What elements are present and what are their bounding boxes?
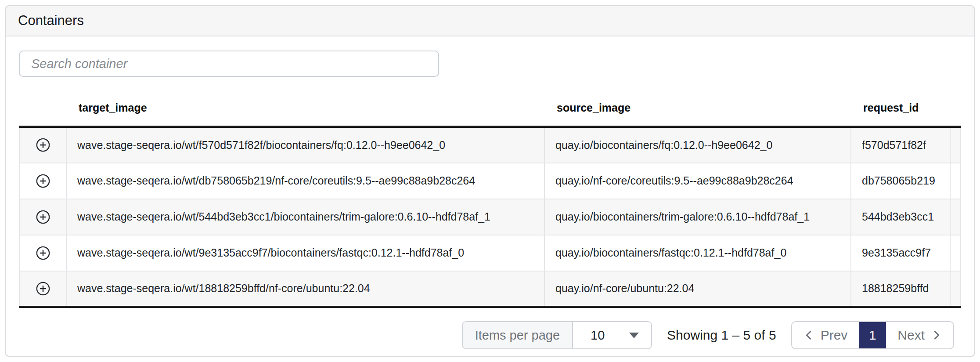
prev-page-button[interactable]: Prev <box>792 322 858 348</box>
expand-row-button[interactable] <box>33 171 53 191</box>
source-image-cell: quay.io/biocontainers/fq:0.12.0--h9ee064… <box>544 127 851 163</box>
plus-circle-icon <box>36 138 50 152</box>
table-row: wave.stage-seqera.io/wt/544bd3eb3cc1/bio… <box>19 199 961 235</box>
target-image-cell: wave.stage-seqera.io/wt/18818259bffd/nf-… <box>66 271 544 307</box>
showing-summary: Showing 1 – 5 of 5 <box>667 328 776 343</box>
blank-cell <box>950 271 961 307</box>
plus-circle-icon <box>36 246 50 261</box>
containers-table: target_image source_image request_id w <box>19 89 961 308</box>
containers-card: Containers target_image source_image req… <box>5 5 975 357</box>
target-image-cell: wave.stage-seqera.io/wt/f570d571f82f/bio… <box>66 127 544 163</box>
expand-cell <box>19 199 66 235</box>
column-header-source-image: source_image <box>544 89 851 127</box>
caret-down-icon <box>629 333 639 338</box>
card-body: target_image source_image request_id w <box>6 36 974 356</box>
table-header-row: target_image source_image request_id <box>19 89 961 127</box>
next-page-button[interactable]: Next <box>887 322 953 348</box>
search-input[interactable] <box>19 51 439 77</box>
current-page-button[interactable]: 1 <box>859 322 886 348</box>
target-image-cell: wave.stage-seqera.io/wt/9e3135acc9f7/bio… <box>66 235 544 271</box>
pager: Prev 1 Next <box>791 321 954 349</box>
request-id-cell: 9e3135acc9f7 <box>851 235 950 271</box>
items-per-page-value: 10 <box>591 328 605 343</box>
chevron-right-icon <box>930 329 943 341</box>
request-id-cell: f570d571f82f <box>851 127 950 163</box>
expand-cell <box>19 235 66 271</box>
blank-column-header <box>950 89 961 127</box>
table-row: wave.stage-seqera.io/wt/9e3135acc9f7/bio… <box>19 235 961 271</box>
table-row: wave.stage-seqera.io/wt/db758065b219/nf-… <box>19 163 961 199</box>
request-id-cell: 544bd3eb3cc1 <box>851 199 950 235</box>
items-per-page-select[interactable]: 10 <box>573 322 651 348</box>
expand-row-button[interactable] <box>33 135 53 155</box>
table-row: wave.stage-seqera.io/wt/f570d571f82f/bio… <box>19 127 961 163</box>
expand-row-button[interactable] <box>33 207 53 227</box>
source-image-cell: quay.io/nf-core/coreutils:9.5--ae99c88a9… <box>544 163 851 199</box>
expand-cell <box>19 271 66 307</box>
column-header-target-image: target_image <box>66 89 544 127</box>
target-image-cell: wave.stage-seqera.io/wt/db758065b219/nf-… <box>66 163 544 199</box>
expand-column-header <box>19 89 66 127</box>
card-header: Containers <box>6 6 974 36</box>
containers-table-wrap: target_image source_image request_id w <box>19 89 961 308</box>
source-image-cell: quay.io/biocontainers/trim-galore:0.6.10… <box>544 199 851 235</box>
items-per-page-label: Items per page <box>463 322 573 348</box>
blank-cell <box>950 127 961 163</box>
column-header-request-id: request_id <box>851 89 950 127</box>
pagination-bar: Items per page 10 Showing 1 – 5 of 5 Pre… <box>19 321 961 349</box>
target-image-cell: wave.stage-seqera.io/wt/544bd3eb3cc1/bio… <box>66 199 544 235</box>
blank-cell <box>950 163 961 199</box>
table-row: wave.stage-seqera.io/wt/18818259bffd/nf-… <box>19 271 961 307</box>
plus-circle-icon <box>36 281 50 296</box>
request-id-cell: db758065b219 <box>851 163 950 199</box>
plus-circle-icon <box>36 174 50 188</box>
expand-row-button[interactable] <box>33 279 53 299</box>
request-id-cell: 18818259bffd <box>851 271 950 307</box>
next-page-label: Next <box>897 328 925 343</box>
prev-page-label: Prev <box>821 328 848 343</box>
page-title: Containers <box>18 13 84 29</box>
source-image-cell: quay.io/nf-core/ubuntu:22.04 <box>544 271 851 307</box>
chevron-left-icon <box>803 329 815 341</box>
plus-circle-icon <box>36 210 50 224</box>
expand-cell <box>19 163 66 199</box>
source-image-cell: quay.io/biocontainers/fastqc:0.12.1--hdf… <box>544 235 851 271</box>
blank-cell <box>950 199 961 235</box>
expand-row-button[interactable] <box>33 243 53 263</box>
blank-cell <box>950 235 961 271</box>
expand-cell <box>19 127 66 163</box>
items-per-page-control: Items per page 10 <box>462 321 652 349</box>
